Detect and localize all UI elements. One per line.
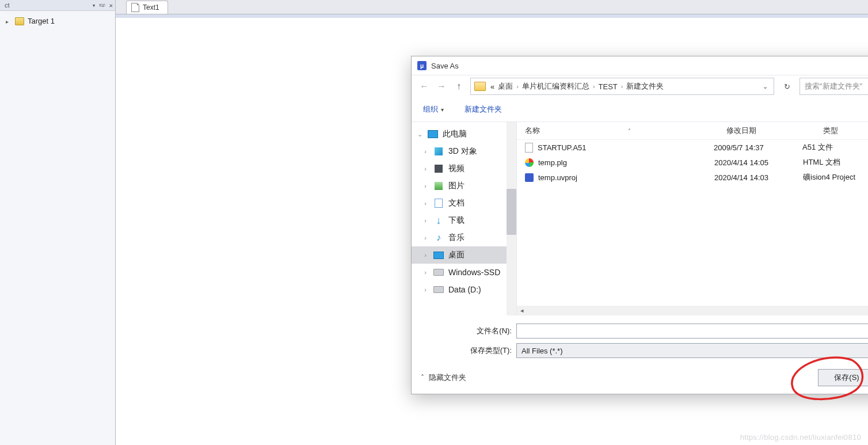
filetype-select[interactable]: All Files (*.*) ⌄ (516, 343, 868, 358)
search-placeholder: 搜索"新建文件夹" (805, 81, 862, 92)
file-rows[interactable]: STARTUP.A51 2009/5/7 14:37 A51 文件 7 KB t… (517, 140, 868, 306)
dialog-footer: ˄ 隐藏文件夹 保存(S) 取消 (412, 362, 868, 394)
back-button[interactable]: ← (418, 81, 430, 92)
chevron-right-icon[interactable]: › (422, 269, 429, 276)
form-area: 文件名(N): ⌄ 保存类型(T): All Files (*.*) ⌄ (412, 315, 868, 362)
nav-scroll-thumb[interactable] (507, 189, 516, 235)
filename-row: 文件名(N): ⌄ (458, 324, 868, 338)
nav-tree[interactable]: ⌄此电脑 ›3D 对象 ›视频 ›图片 ›文档 ›↓下载 ›♪音乐 ›桌面 ›W… (412, 122, 517, 315)
hide-folders-link[interactable]: ˄ 隐藏文件夹 (421, 372, 466, 383)
filename-input[interactable]: ⌄ (516, 324, 868, 338)
nav-item-3d[interactable]: ›3D 对象 (412, 143, 516, 160)
chevron-right-icon: › (516, 83, 519, 90)
panel-close-icon[interactable]: ✕ (109, 2, 113, 9)
h-scrollbar[interactable]: ◂ ▸ (517, 306, 868, 315)
pc-icon (428, 130, 438, 138)
app-icon: μ (417, 61, 427, 70)
chevron-right-icon[interactable]: › (422, 234, 429, 241)
tree-item-target[interactable]: ▸ Target 1 (5, 16, 112, 26)
dialog-title: Save As (431, 62, 459, 70)
desktop-icon (433, 252, 444, 259)
breadcrumb-item[interactable]: TEST (599, 82, 618, 91)
cube-icon (435, 147, 443, 155)
chevron-right-icon[interactable]: › (422, 200, 429, 207)
breadcrumb-item[interactable]: 单片机汇编资料汇总 (522, 81, 589, 92)
file-row[interactable]: temp.uvproj 2020/4/14 14:03 礦ision4 Proj… (517, 170, 868, 185)
file-icon (525, 143, 533, 153)
organize-button[interactable]: 组织 ▾ (420, 103, 447, 116)
watermark: https://blog.csdn.net/liuxianfei0810 (740, 433, 861, 442)
project-tree[interactable]: ▸ Target 1 (0, 11, 115, 26)
chevron-right-icon: › (593, 83, 595, 90)
picture-icon (435, 182, 443, 190)
tab-label: Text1 (143, 3, 159, 12)
workspace: ct ▾ ⮓ ✕ ▸ Target 1 Text1 μ (0, 0, 868, 445)
expand-icon[interactable]: ▸ (6, 18, 12, 24)
project-panel: ct ▾ ⮓ ✕ ▸ Target 1 (0, 0, 116, 445)
chevron-right-icon[interactable]: › (422, 148, 429, 155)
nav-item-pictures[interactable]: ›图片 (412, 177, 516, 195)
col-date[interactable]: 修改日期 (718, 125, 815, 136)
chevron-right-icon[interactable]: › (422, 165, 429, 172)
up-button[interactable]: ↑ (453, 81, 465, 92)
file-list: 名称˄ 修改日期 类型 大小 STARTUP.A51 2009/5/7 14:3… (517, 122, 868, 315)
app-root: ct ▾ ⮓ ✕ ▸ Target 1 Text1 μ (0, 0, 868, 445)
scroll-left-icon[interactable]: ◂ (517, 306, 527, 315)
new-folder-button[interactable]: 新建文件夹 (461, 103, 505, 116)
file-icon (525, 173, 534, 182)
nav-item-video[interactable]: ›视频 (412, 160, 516, 177)
chevron-right-icon[interactable]: › (422, 182, 429, 189)
drive-icon (433, 269, 444, 276)
chevron-right-icon[interactable]: › (422, 217, 429, 224)
save-as-dialog: μ Save As ✕ ← → ↑ « 桌面 › 单片机汇编资料汇总 (411, 56, 868, 394)
folder-icon (474, 82, 486, 91)
col-type[interactable]: 类型 (815, 125, 868, 136)
tab-strip: Text1 (116, 0, 868, 14)
chevron-up-icon: ˄ (421, 374, 424, 382)
chevron-down-icon: ▾ (439, 107, 444, 113)
forward-button: → (436, 81, 447, 92)
music-icon: ♪ (433, 233, 444, 242)
breadcrumb-prefix: « (490, 82, 494, 91)
panel-title-suffix: ct (2, 2, 10, 9)
column-headers[interactable]: 名称˄ 修改日期 类型 大小 (517, 122, 868, 140)
nav-item-data-d[interactable]: ›Data (D:) (412, 281, 516, 298)
save-button[interactable]: 保存(S) (818, 369, 868, 386)
file-row[interactable]: temp.plg 2020/4/14 14:05 HTML 文档 0 KB (517, 155, 868, 170)
breadcrumb-item[interactable]: 桌面 (498, 81, 513, 92)
nav-item-downloads[interactable]: ›↓下载 (412, 212, 516, 229)
search-input[interactable]: 搜索"新建文件夹" 🔍 (800, 78, 868, 95)
chevron-right-icon[interactable]: › (422, 252, 429, 258)
download-icon: ↓ (433, 216, 444, 225)
video-icon (435, 165, 443, 173)
chevron-down-icon[interactable]: ⌄ (416, 131, 423, 138)
nav-item-desktop[interactable]: ›桌面 (412, 246, 516, 264)
col-name[interactable]: 名称˄ (517, 125, 718, 136)
target-icon (15, 17, 24, 25)
breadcrumb-item[interactable]: 新建文件夹 (626, 81, 664, 92)
panel-menu-icon[interactable]: ▾ (92, 2, 96, 9)
filetype-label: 保存类型(T): (458, 345, 512, 356)
breadcrumb[interactable]: « 桌面 › 单片机汇编资料汇总 › TEST › 新建文件夹 ⌄ (470, 78, 774, 95)
editor-pane: Text1 μ Save As ✕ ← → ↑ « (116, 0, 868, 445)
file-row[interactable]: STARTUP.A51 2009/5/7 14:37 A51 文件 7 KB (517, 140, 868, 155)
file-icon (525, 158, 534, 167)
chevron-right-icon[interactable]: › (422, 286, 429, 293)
nav-item-documents[interactable]: ›文档 (412, 195, 516, 212)
filename-label: 文件名(N): (458, 326, 512, 336)
editor-canvas[interactable]: μ Save As ✕ ← → ↑ « 桌面 › 单片机汇编资料汇总 (116, 18, 868, 445)
dialog-body: ⌄此电脑 ›3D 对象 ›视频 ›图片 ›文档 ›↓下载 ›♪音乐 ›桌面 ›W… (412, 122, 868, 315)
pushpin-icon[interactable]: ⮓ (99, 2, 105, 9)
nav-item-music[interactable]: ›♪音乐 (412, 229, 516, 246)
nav-row: ← → ↑ « 桌面 › 单片机汇编资料汇总 › TEST › 新建文件夹 (412, 75, 868, 97)
refresh-icon[interactable]: ↻ (780, 79, 794, 93)
target-label: Target 1 (28, 17, 55, 25)
drive-icon (433, 286, 444, 293)
nav-item-ssd[interactable]: ›Windows-SSD (412, 264, 516, 281)
dialog-titlebar[interactable]: μ Save As ✕ (412, 56, 868, 75)
nav-item-this-pc[interactable]: ⌄此电脑 (412, 125, 516, 143)
tab-text1[interactable]: Text1 (126, 1, 168, 14)
breadcrumb-dropdown-icon[interactable]: ⌄ (760, 83, 770, 90)
dialog-toolbar: 组织 ▾ 新建文件夹 ☷ ▾ ? (412, 97, 868, 122)
chevron-right-icon: › (621, 83, 623, 90)
